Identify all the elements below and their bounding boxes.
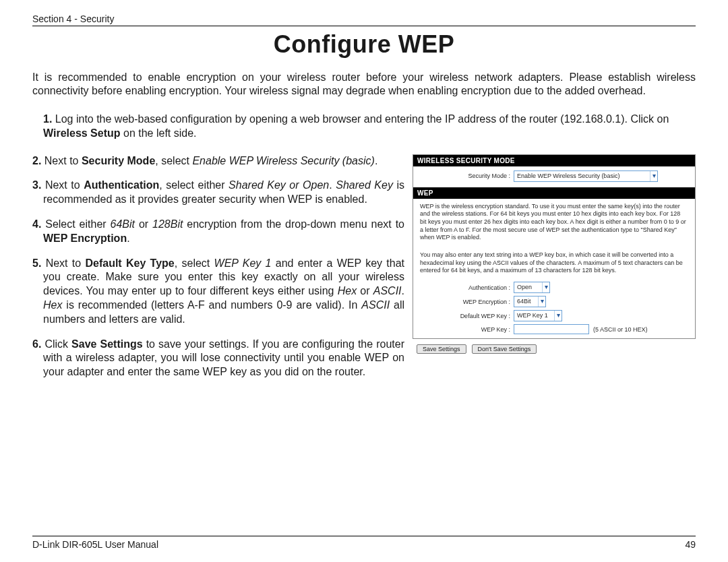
authentication-row: Authentication : Open (413, 280, 695, 294)
encryption-select[interactable]: 64Bit (514, 296, 546, 307)
wep-key-input[interactable] (514, 324, 589, 334)
encryption-row: WEP Encryption : 64Bit (413, 294, 695, 309)
save-button[interactable]: Save Settings (417, 344, 466, 354)
panel-header-security-mode: WIRELESS SECURITY MODE (413, 155, 695, 166)
footer-page-number: 49 (685, 539, 696, 550)
wep-help-2: You may also enter any text string into … (413, 247, 695, 280)
wep-key-row: WEP Key : (5 ASCII or 10 HEX) (413, 323, 695, 338)
step-num: 1. (43, 113, 52, 125)
steps-column: 2. Next to Security Mode, select Enable … (32, 154, 404, 390)
security-mode-select[interactable]: Enable WEP Wireless Security (basic) (514, 170, 658, 182)
authentication-label: Authentication : (417, 284, 514, 291)
step-2: 2. Next to Security Mode, select Enable … (32, 154, 404, 168)
router-button-row: Save Settings Don't Save Settings (413, 339, 696, 355)
step-3: 3. Next to Authentication, select either… (32, 179, 404, 207)
wep-help-1: WEP is the wireless encryption standard.… (413, 199, 695, 247)
panel-header-wep: WEP (413, 187, 695, 199)
default-key-row: Default WEP Key : WEP Key 1 (413, 309, 695, 323)
wep-key-label: WEP Key : (417, 326, 514, 333)
encryption-label: WEP Encryption : (417, 299, 514, 305)
step-4: 4. Select either 64Bit or 128Bit encrypt… (32, 218, 404, 246)
security-mode-label: Security Mode : (417, 173, 514, 179)
step-5: 5. Next to Default Key Type, select WEP … (32, 257, 404, 327)
step-1: 1. Log into the web-based configuration … (32, 113, 696, 141)
intro-paragraph: It is recommended to enable encryption o… (32, 71, 696, 98)
footer-rule (32, 536, 696, 536)
step-6: 6. Click Save Settings to save your sett… (32, 338, 404, 379)
header-rule (32, 26, 696, 26)
default-key-label: Default WEP Key : (417, 313, 514, 319)
security-mode-row: Security Mode : Enable WEP Wireless Secu… (413, 166, 695, 187)
authentication-select[interactable]: Open (514, 282, 550, 293)
section-breadcrumb: Section 4 - Security (32, 13, 696, 24)
router-panel: WIRELESS SECURITY MODE Security Mode : E… (413, 154, 696, 340)
dont-save-button[interactable]: Don't Save Settings (472, 344, 537, 354)
footer-manual-title: D-Link DIR-605L User Manual (32, 539, 158, 550)
default-key-select[interactable]: WEP Key 1 (514, 310, 562, 321)
page-footer: D-Link DIR-605L User Manual 49 (32, 536, 696, 550)
wep-key-hint: (5 ASCII or 10 HEX) (589, 326, 648, 333)
router-screenshot: WIRELESS SECURITY MODE Security Mode : E… (413, 154, 696, 390)
page-title: Configure WEP (32, 30, 696, 59)
